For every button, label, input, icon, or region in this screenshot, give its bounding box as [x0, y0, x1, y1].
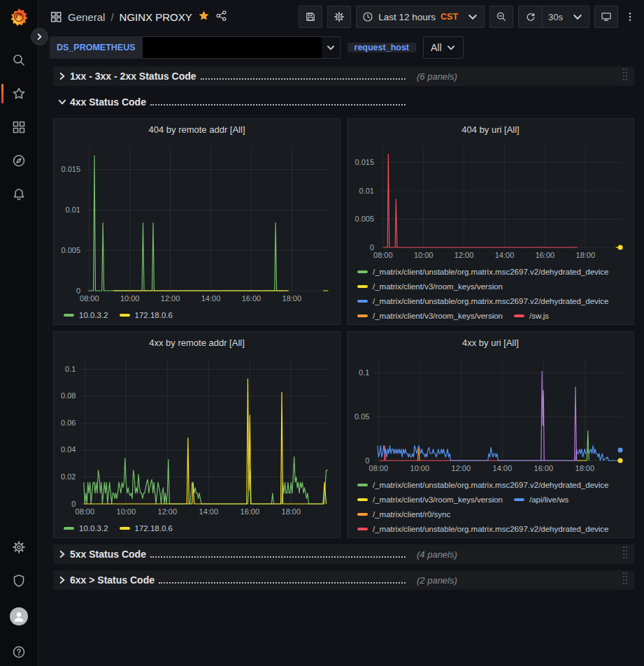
sidebar-item-search[interactable]: [0, 53, 38, 67]
legend-item[interactable]: 10.0.3.2: [64, 521, 108, 535]
legend-item[interactable]: 172.18.0.6: [120, 307, 173, 322]
svg-text:12:00: 12:00: [455, 251, 474, 259]
svg-text:14:00: 14:00: [495, 251, 515, 259]
legend-item[interactable]: 172.18.0.6: [120, 521, 173, 535]
legend-item[interactable]: /_matrix/client/r0/sync: [357, 507, 450, 521]
request-host-value-text: All: [431, 42, 442, 53]
legend-item[interactable]: /_matrix/client/unstable/org.matrix.msc2…: [357, 521, 609, 536]
request-host-variable-value[interactable]: All: [423, 36, 464, 59]
legend-item[interactable]: /_matrix/client/v3/room_keys/version: [357, 308, 503, 323]
monitor-icon: [601, 11, 612, 22]
chevron-down-icon: [467, 11, 478, 22]
sidebar-item-profile[interactable]: [0, 607, 38, 625]
more-options-button[interactable]: [623, 6, 637, 28]
request-host-variable-label[interactable]: request_host: [348, 43, 417, 52]
svg-text:18:00: 18:00: [282, 507, 301, 516]
time-range-picker[interactable]: Last 12 hours CST: [356, 6, 485, 28]
row-drag-handle[interactable]: [623, 546, 629, 560]
panel-header[interactable]: 4xx by remote addr [All]: [54, 332, 340, 353]
svg-text:0.005: 0.005: [61, 246, 80, 254]
chevron-down-icon: [57, 97, 67, 107]
row-1xx-3xx-2xx[interactable]: 1xx - 3xx - 2xx Status Code (6 panels): [53, 66, 634, 86]
panel-header[interactable]: 404 by remote addr [All]: [54, 119, 340, 140]
clock-icon: [362, 11, 373, 22]
grafana-logo-icon[interactable]: [8, 7, 29, 28]
svg-text:18:00: 18:00: [282, 294, 302, 303]
legend-item[interactable]: 10.0.3.2: [64, 307, 108, 322]
breadcrumb-separator: /: [110, 11, 113, 23]
legend-item[interactable]: /_matrix/client/unstable/org.matrix.msc2…: [357, 477, 609, 492]
page-title[interactable]: NGINX PROXY: [120, 11, 192, 23]
search-icon: [12, 53, 26, 67]
redacted-datasource-value: [143, 37, 322, 58]
gear-icon: [334, 11, 345, 22]
legend-swatch: [357, 484, 368, 486]
panel-header[interactable]: 4xx by uri [All]: [348, 332, 634, 353]
svg-text:10:00: 10:00: [120, 294, 140, 303]
sidebar-item-explore[interactable]: [0, 154, 38, 168]
svg-text:08:00: 08:00: [80, 294, 99, 303]
svg-text:14:00: 14:00: [199, 507, 219, 516]
row-panel-count: (2 panels): [417, 575, 457, 586]
legend-item[interactable]: /_matrix/client/unstable/org.matrix.msc2…: [357, 294, 609, 308]
legend-label: /_matrix/client/v3/room_keys/version: [373, 495, 503, 504]
row-4xx[interactable]: 4xx Status Code: [53, 92, 634, 112]
favorite-button[interactable]: [198, 10, 210, 24]
save-dashboard-button[interactable]: [299, 6, 322, 28]
panel-header[interactable]: 404 by uri [All]: [348, 119, 634, 140]
row-drag-handle[interactable]: [623, 68, 629, 82]
svg-text:0.1: 0.1: [65, 365, 76, 373]
panel-4xx-by-remote-addr: 4xx by remote addr [All] 00.020.040.060.…: [53, 331, 341, 538]
svg-text:0.015: 0.015: [355, 158, 374, 166]
svg-text:12:00: 12:00: [158, 507, 178, 516]
legend-item[interactable]: /_matrix/client/unstable/org.matrix.msc2…: [357, 264, 609, 279]
share-icon: [215, 10, 227, 22]
refresh-interval-value: 30s: [548, 12, 563, 22]
breadcrumb-folder[interactable]: General: [68, 11, 105, 23]
legend-label: 172.18.0.6: [135, 524, 173, 533]
panel-legend: 10.0.3.2172.18.0.6: [54, 519, 340, 537]
legend-item[interactable]: /sw.js: [514, 308, 549, 323]
zoom-out-time-button[interactable]: [489, 6, 513, 28]
sidebar-item-starred[interactable]: [0, 87, 38, 101]
row-5xx[interactable]: 5xx Status Code (4 panels): [53, 544, 634, 564]
svg-text:08:00: 08:00: [369, 464, 389, 472]
timezone-label: CST: [441, 12, 458, 22]
cycle-view-mode-button[interactable]: [594, 6, 618, 28]
datasource-variable-value[interactable]: [143, 36, 341, 59]
row-drag-handle[interactable]: [623, 572, 629, 586]
share-button[interactable]: [215, 10, 227, 24]
row-title: 6xx > Status Code: [70, 574, 155, 586]
svg-text:0.02: 0.02: [61, 472, 76, 481]
row-6xx[interactable]: 6xx > Status Code (2 panels): [53, 570, 634, 590]
legend-swatch: [357, 498, 368, 501]
chart-area: 00.0050.010.01508:0010:0012:0014:0016:00…: [54, 140, 340, 306]
refresh-button[interactable]: [518, 6, 542, 28]
svg-text:08:00: 08:00: [373, 251, 393, 259]
svg-text:0.05: 0.05: [355, 412, 369, 421]
chart-area: 00.0050.010.01508:0010:0012:0014:0016:00…: [348, 140, 634, 263]
sidebar-expand-button[interactable]: [31, 28, 48, 45]
sidebar-item-alerting[interactable]: [0, 187, 38, 201]
help-icon: [12, 645, 26, 659]
legend-item[interactable]: /_matrix/client/v3/room_keys/version: [357, 492, 503, 507]
row-title: 4xx Status Code: [70, 96, 146, 108]
legend-swatch: [357, 513, 368, 516]
sidebar-item-dashboards[interactable]: [0, 120, 38, 134]
legend-swatch: [64, 527, 74, 530]
legend-label: /_matrix/client/unstable/org.matrix.msc2…: [373, 268, 609, 276]
legend-item[interactable]: /api/live/ws: [514, 492, 568, 507]
sidebar-item-help[interactable]: [0, 645, 38, 659]
datasource-variable-label[interactable]: DS_PROMETHEUS: [50, 36, 143, 59]
compass-icon: [12, 154, 26, 168]
row-dotted-leader: [201, 78, 406, 80]
sidebar-item-configuration[interactable]: [0, 540, 38, 554]
legend-item[interactable]: /_matrix/client/v3/room_keys/version: [357, 279, 503, 294]
sidebar-item-server-admin[interactable]: [0, 574, 38, 588]
main-area: General / NGINX PROXY Last 12: [38, 0, 644, 666]
legend-swatch: [357, 285, 368, 288]
refresh-interval-select[interactable]: 30s: [542, 6, 589, 28]
dashboard-body: 1xx - 3xx - 2xx Status Code (6 panels) 4…: [38, 61, 644, 590]
legend-label: /_matrix/client/unstable/org.matrix.msc2…: [373, 297, 609, 305]
dashboard-settings-button[interactable]: [327, 6, 351, 28]
